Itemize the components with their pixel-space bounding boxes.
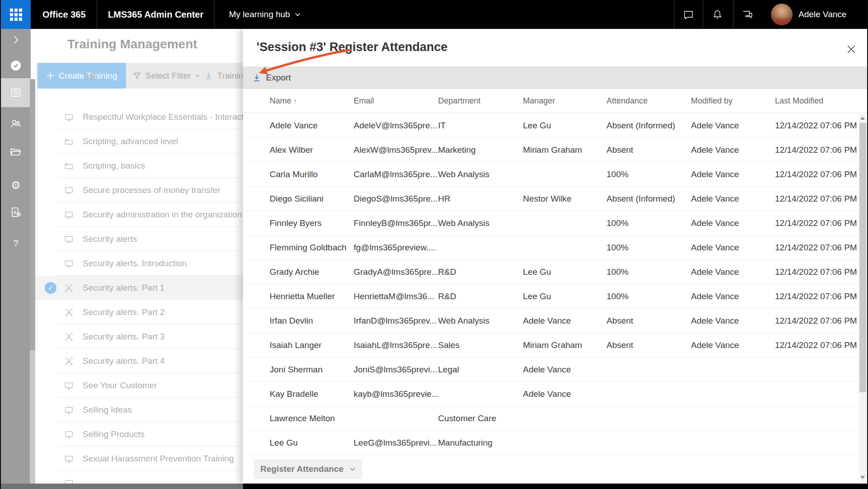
hub-menu-button[interactable]: My learning hub: [229, 0, 301, 29]
cell-last-modified: 12/14/2022 07:06 PM: [775, 340, 868, 350]
cell-department: Legal: [438, 365, 523, 375]
cell-email: GradyA@lms365pre...: [354, 267, 438, 277]
cell-modified-by: Adele Vance: [691, 243, 775, 253]
cell-department: Web Analysis: [438, 169, 523, 179]
modal-dim-overlay: [1, 29, 243, 489]
cell-attendance: 100%: [607, 243, 691, 253]
cell-email: AlexW@lms365prev...: [354, 145, 438, 155]
table-row[interactable]: Irfan DevlinIrfanD@lms365prev...Web Anal…: [243, 309, 868, 333]
chat-button[interactable]: [674, 0, 703, 29]
cell-modified-by: Adele Vance: [691, 316, 775, 326]
feedback-button[interactable]: [733, 0, 762, 29]
cell-name: Diego Siciliani: [270, 194, 354, 204]
cell-modified-by: Adele Vance: [691, 340, 775, 350]
cell-department: R&D: [438, 267, 523, 277]
register-attendance-button[interactable]: Register Attendance: [254, 459, 362, 479]
notifications-button[interactable]: [703, 0, 732, 29]
column-header-email[interactable]: Email: [354, 96, 438, 106]
cell-last-modified: 12/14/2022 07:06 PM: [775, 316, 868, 326]
column-header-department[interactable]: Department: [438, 96, 523, 106]
column-header-name[interactable]: Name↑: [270, 96, 354, 106]
user-name[interactable]: Adele Vance: [798, 0, 846, 29]
panel-scrollbar[interactable]: [859, 114, 867, 482]
table-row[interactable]: Finnley ByersFinnleyB@lms365pr...Web Ana…: [243, 211, 868, 235]
cell-department: IT: [438, 121, 523, 131]
cell-last-modified: 12/14/2022 07:06 PM: [775, 267, 868, 277]
cell-modified-by: Adele Vance: [691, 169, 775, 179]
cell-modified-by: Adele Vance: [691, 194, 775, 204]
table-row[interactable]: Diego SicilianiDiegoS@lms365pre...HRNest…: [243, 187, 868, 211]
table-row[interactable]: Lawrence MeltonCustomer Care: [243, 406, 868, 431]
cell-manager: Adele Vance: [523, 316, 607, 326]
column-header-modified-by[interactable]: Modified by: [691, 96, 775, 106]
cell-manager: Lee Gu: [523, 292, 607, 301]
cell-last-modified: 12/14/2022 07:06 PM: [775, 121, 868, 131]
table-row[interactable]: Lee GuLeeG@lms365previ...Manufacturing: [243, 431, 868, 455]
chat-icon: [682, 9, 695, 21]
download-icon: [252, 73, 261, 83]
feedback-icon: [741, 8, 754, 21]
cell-department: Manufacturing: [438, 438, 523, 448]
table-row[interactable]: Carla MurilloCarlaM@lms365pre...Web Anal…: [243, 162, 868, 187]
cell-name: Lee Gu: [270, 438, 354, 448]
cell-name: Alex Wilber: [270, 145, 354, 155]
column-header-last-modified[interactable]: Last Modified: [775, 96, 868, 106]
close-icon: [847, 45, 855, 53]
table-row[interactable]: Alex WilberAlexW@lms365prev...MarketingM…: [243, 138, 868, 162]
table-row[interactable]: Adele VanceAdeleV@lms365pre...ITLee GuAb…: [243, 113, 868, 138]
column-header-manager[interactable]: Manager: [523, 96, 607, 106]
user-avatar[interactable]: [771, 4, 793, 25]
cell-manager: Lee Gu: [523, 121, 607, 131]
cell-manager: Miriam Graham: [523, 340, 607, 350]
cell-name: Henrietta Mueller: [270, 292, 354, 301]
export-button[interactable]: Export: [252, 66, 291, 89]
chevron-down-icon: [294, 12, 301, 17]
cell-department: Marketing: [438, 145, 523, 155]
app-launcher-button[interactable]: [1, 0, 31, 29]
cell-email: JoniS@lms365previ...: [354, 365, 438, 375]
cell-email: CarlaM@lms365pre...: [354, 169, 438, 179]
table-row[interactable]: Grady ArchieGradyA@lms365pre...R&DLee Gu…: [243, 260, 868, 284]
cell-modified-by: Adele Vance: [691, 218, 775, 228]
cell-email: fg@lms365preview....: [354, 243, 438, 253]
cell-email: IsaiahL@lms365pre...: [354, 340, 438, 350]
cell-email: LeeG@lms365previ...: [354, 438, 438, 448]
cell-email: DiegoS@lms365pre...: [354, 194, 438, 204]
cell-department: Web Analysis: [438, 316, 523, 326]
scroll-down-arrow[interactable]: [860, 476, 865, 479]
panel-toolbar: Export: [243, 66, 868, 89]
table-row[interactable]: Henrietta MuellerHenriettaM@lms36...R&DL…: [243, 284, 868, 309]
cell-attendance: Absent: [607, 316, 691, 326]
panel-scrollbar-thumb[interactable]: [859, 123, 866, 392]
sort-ascending-icon: ↑: [293, 97, 297, 105]
close-panel-button[interactable]: [845, 43, 857, 55]
cell-department: HR: [438, 194, 523, 204]
cell-attendance: Absent (Informed): [607, 121, 691, 131]
cell-department: R&D: [438, 292, 523, 301]
table-row[interactable]: Flemming Goldbachfg@lms365preview....100…: [243, 235, 868, 260]
scroll-up-arrow[interactable]: [860, 117, 865, 120]
divider: [214, 0, 215, 29]
cell-last-modified: 12/14/2022 07:06 PM: [775, 194, 868, 204]
cell-department: Customer Care: [438, 414, 523, 423]
cell-attendance: 100%: [607, 169, 691, 179]
cell-modified-by: Adele Vance: [691, 145, 775, 155]
cell-name: Finnley Byers: [270, 218, 354, 228]
table-row[interactable]: Kay Bradellekayb@lms365previe...Adele Va…: [243, 382, 868, 406]
brand-office365[interactable]: Office 365: [42, 0, 86, 29]
chevron-down-icon: [349, 467, 356, 471]
cell-email: IrfanD@lms365prev...: [354, 316, 438, 326]
cell-email: FinnleyB@lms365pr...: [354, 218, 438, 228]
cell-name: Carla Murillo: [270, 169, 354, 179]
table-row[interactable]: Isaiah LangerIsaiahL@lms365pre...SalesMi…: [243, 333, 868, 357]
cell-manager: Nestor Wilke: [523, 194, 607, 204]
brand-lms365-admin-center[interactable]: LMS365 Admin Center: [108, 0, 204, 29]
table-row[interactable]: Joni ShermanJoniS@lms365previ...LegalAde…: [243, 357, 868, 382]
top-suite-bar: Office 365 LMS365 Admin Center My learni…: [1, 0, 867, 29]
cell-last-modified: 12/14/2022 07:06 PM: [775, 243, 868, 253]
cell-attendance: Absent: [607, 145, 691, 155]
cell-name: Isaiah Langer: [270, 340, 354, 350]
column-header-attendance[interactable]: Attendance: [607, 96, 691, 106]
cell-attendance: Absent: [607, 340, 691, 350]
cell-name: Adele Vance: [270, 121, 354, 131]
